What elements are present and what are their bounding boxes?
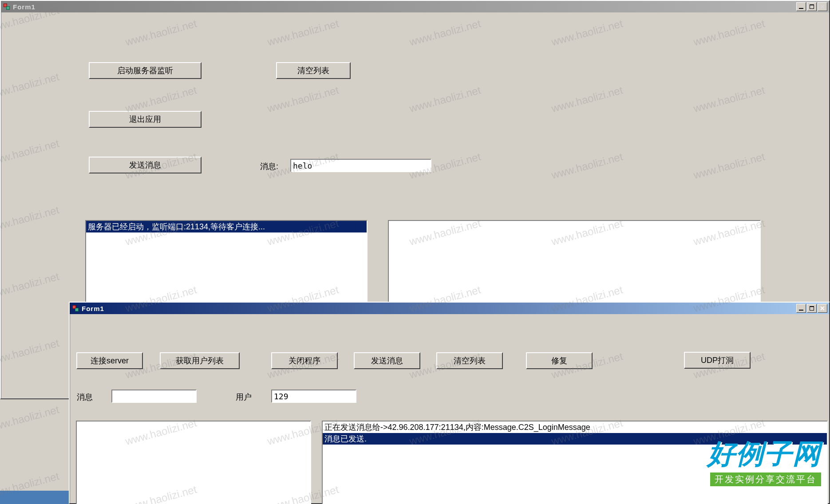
client-window-titlebar[interactable]: Form1 ✕ xyxy=(70,303,829,314)
maximize-button[interactable] xyxy=(807,2,817,11)
close-icon: ✕ xyxy=(820,3,825,10)
close-program-button[interactable]: 关闭程序 xyxy=(271,352,338,369)
app-icon xyxy=(3,3,11,11)
client-message-input[interactable] xyxy=(111,390,197,403)
send-message-button[interactable]: 发送消息 xyxy=(89,157,202,173)
list-item[interactable]: 服务器已经启动，监听端口:21134,等待客户连接... xyxy=(86,221,367,232)
minimize-icon xyxy=(799,310,803,311)
app-icon xyxy=(71,304,79,312)
client-clear-list-button[interactable]: 清空列表 xyxy=(436,352,503,369)
server-window-title: Form1 xyxy=(13,3,796,11)
client-window-controls: ✕ xyxy=(796,304,827,313)
client-window-title: Form1 xyxy=(82,305,796,312)
start-server-button[interactable]: 启动服务器监听 xyxy=(89,62,202,79)
minimize-button[interactable] xyxy=(796,304,806,313)
maximize-icon xyxy=(810,306,814,311)
client-send-message-button[interactable]: 发送消息 xyxy=(354,352,420,369)
user-label: 用户 xyxy=(236,392,252,402)
server-window-controls: ✕ xyxy=(796,2,827,11)
server-window-titlebar[interactable]: Form1 ✕ xyxy=(1,1,829,12)
user-input[interactable] xyxy=(271,390,356,403)
clear-list-button[interactable]: 清空列表 xyxy=(276,62,351,79)
taskbar-fragment xyxy=(0,491,71,504)
site-logo-main: 好例子网 xyxy=(707,435,821,472)
client-message-label: 消息 xyxy=(77,392,93,402)
maximize-button[interactable] xyxy=(807,304,817,313)
repair-button[interactable]: 修复 xyxy=(526,352,593,369)
watermark: www.haolizi.net xyxy=(0,403,60,434)
message-input[interactable] xyxy=(290,159,431,172)
site-logo-sub: 开发实例分享交流平台 xyxy=(710,472,821,486)
exit-app-button[interactable]: 退出应用 xyxy=(89,111,202,128)
minimize-button[interactable] xyxy=(796,2,806,11)
connect-server-button[interactable]: 连接server xyxy=(76,352,143,369)
message-label: 消息: xyxy=(260,161,278,172)
maximize-icon xyxy=(810,4,814,9)
close-button[interactable]: ✕ xyxy=(818,304,827,313)
client-left-listbox[interactable] xyxy=(76,421,311,504)
close-icon: ✕ xyxy=(820,305,825,312)
site-logo: 好例子网 开发实例分享交流平台 xyxy=(707,435,821,486)
list-item[interactable]: 正在发送消息给->42.96.208.177:21134,内容:Message.… xyxy=(323,421,827,433)
udp-punch-button[interactable]: UDP打洞 xyxy=(684,352,751,369)
minimize-icon xyxy=(799,8,803,9)
close-button[interactable]: ✕ xyxy=(818,2,827,11)
get-user-list-button[interactable]: 获取用户列表 xyxy=(160,352,240,369)
